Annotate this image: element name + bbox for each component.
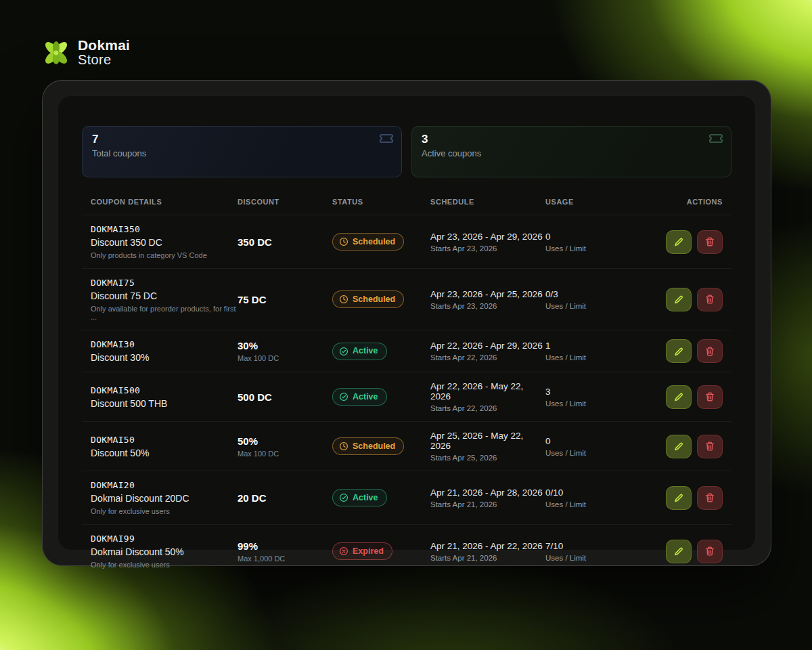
- delete-button[interactable]: [697, 230, 723, 254]
- status-label: Active: [353, 494, 378, 502]
- usage-cell: 1 Uses / Limit: [545, 341, 647, 362]
- schedule-starts: Starts Apr 23, 2026: [430, 244, 545, 253]
- status-cell: Active: [332, 388, 430, 406]
- table-row: DOKMAI500 Discount 500 THB 500 DC Active…: [82, 372, 731, 421]
- usage-label: Uses / Limit: [545, 500, 647, 508]
- usage-cell: 0/3 Uses / Limit: [545, 289, 647, 310]
- col-header-status: STATUS: [332, 198, 430, 206]
- coupon-table-body: DOKMAI350 Discount 350 DC Only products …: [82, 215, 731, 578]
- coupon-name: Discount 50%: [91, 448, 238, 458]
- usage-label: Uses / Limit: [545, 399, 647, 408]
- ticket-icon: [708, 133, 723, 144]
- table-row: DOKMAI350 Discount 350 DC Only products …: [82, 215, 731, 268]
- status-cell: Scheduled: [332, 437, 430, 455]
- actions-cell: [647, 486, 731, 510]
- discount-cell: 75 DC: [238, 294, 332, 305]
- edit-button[interactable]: [666, 288, 692, 311]
- coupon-code: DOKMAI99: [91, 534, 238, 544]
- discount-cell: 350 DC: [238, 236, 332, 248]
- edit-button[interactable]: [666, 540, 692, 563]
- active-coupons-label: Active coupons: [422, 148, 721, 158]
- edit-button[interactable]: [666, 385, 692, 409]
- pencil-icon: [673, 441, 684, 452]
- trash-icon: [704, 391, 715, 402]
- status-label: Scheduled: [353, 442, 395, 451]
- coupon-name: Discount 75 DC: [91, 290, 238, 301]
- status-cell: Scheduled: [332, 290, 430, 308]
- schedule-starts: Starts Apr 23, 2026: [430, 302, 545, 310]
- usage-cell: 0 Uses / Limit: [545, 232, 647, 253]
- pencil-icon: [673, 294, 684, 305]
- check-circle-icon: [339, 347, 348, 356]
- table-row: DOKMAI30 Discount 30% 30% Max 100 DC Act…: [82, 330, 731, 372]
- status-label: Active: [353, 347, 378, 355]
- status-cell: Active: [332, 489, 430, 506]
- delete-button[interactable]: [697, 385, 723, 409]
- schedule-cell: Apr 23, 2026 - Apr 29, 2026 Starts Apr 2…: [430, 232, 545, 253]
- status-badge: Active: [332, 343, 387, 360]
- pencil-icon: [673, 346, 684, 357]
- schedule-range: Apr 22, 2026 - May 22, 2026: [430, 381, 545, 402]
- table-row: DOKMAI75 Discount 75 DC Only available f…: [82, 268, 731, 330]
- delete-button[interactable]: [697, 288, 723, 311]
- actions-cell: [647, 230, 731, 254]
- discount-note: Max 100 DC: [238, 450, 332, 458]
- coupon-details-cell: DOKMAI99 Dokmai Discount 50% Only for ex…: [82, 534, 238, 569]
- col-header-details: COUPON DETAILS: [82, 198, 238, 206]
- trash-icon: [704, 492, 715, 503]
- status-cell: Active: [332, 343, 430, 360]
- flower-icon: [41, 37, 72, 68]
- schedule-starts: Starts Apr 25, 2026: [430, 454, 545, 462]
- coupon-panel: 7 Total coupons 3 Active coupons: [58, 95, 756, 550]
- discount-cell: 99% Max 1,000 DC: [238, 540, 332, 563]
- coupon-code: DOKMAI30: [91, 339, 238, 349]
- usage-label: Uses / Limit: [545, 353, 647, 362]
- coupon-name: Discount 500 THB: [91, 398, 238, 409]
- discount-value: 30%: [238, 340, 332, 351]
- schedule-range: Apr 25, 2026 - May 22, 2026: [430, 431, 545, 451]
- discount-value: 75 DC: [238, 294, 332, 305]
- discount-cell: 20 DC: [238, 492, 332, 504]
- discount-cell: 50% Max 100 DC: [238, 435, 332, 458]
- trash-icon: [704, 346, 715, 357]
- pencil-icon: [673, 546, 684, 557]
- schedule-range: Apr 21, 2026 - Apr 22, 2026: [430, 541, 545, 551]
- actions-cell: [647, 540, 731, 563]
- edit-button[interactable]: [666, 339, 692, 363]
- schedule-starts: Starts Apr 22, 2026: [430, 404, 545, 412]
- edit-button[interactable]: [666, 230, 692, 254]
- total-coupons-card: 7 Total coupons: [82, 126, 402, 177]
- delete-button[interactable]: [697, 435, 723, 458]
- delete-button[interactable]: [697, 540, 723, 563]
- delete-button[interactable]: [697, 486, 723, 510]
- usage-label: Uses / Limit: [545, 244, 647, 253]
- x-circle-icon: [339, 546, 348, 556]
- discount-note: Max 1,000 DC: [238, 555, 332, 563]
- status-label: Scheduled: [353, 238, 395, 246]
- edit-button[interactable]: [666, 486, 692, 510]
- stats-row: 7 Total coupons 3 Active coupons: [82, 126, 731, 177]
- usage-value: 0: [545, 436, 647, 446]
- schedule-range: Apr 22, 2026 - Apr 29, 2026: [430, 341, 545, 351]
- actions-cell: [647, 435, 731, 458]
- edit-button[interactable]: [666, 435, 692, 458]
- status-badge: Expired: [332, 542, 392, 560]
- col-header-actions: ACTIONS: [687, 198, 731, 206]
- discount-value: 350 DC: [238, 236, 332, 248]
- discount-note: Max 100 DC: [238, 354, 332, 362]
- coupon-details-cell: DOKMAI50 Discount 50%: [82, 435, 238, 458]
- total-coupons-value: 7: [92, 133, 392, 146]
- discount-value: 99%: [238, 540, 332, 552]
- brand-logo: Dokmai Store: [41, 37, 130, 68]
- coupon-name: Discount 350 DC: [91, 237, 238, 248]
- active-coupons-value: 3: [422, 133, 721, 146]
- pencil-icon: [673, 391, 684, 402]
- brand-subname: Store: [78, 53, 130, 66]
- pencil-icon: [673, 236, 684, 247]
- total-coupons-label: Total coupons: [92, 148, 392, 158]
- delete-button[interactable]: [697, 339, 723, 363]
- brand-name: Dokmai: [78, 38, 130, 52]
- trash-icon: [704, 236, 715, 247]
- coupon-code: DOKMAI75: [91, 278, 238, 288]
- discount-value: 20 DC: [238, 492, 332, 504]
